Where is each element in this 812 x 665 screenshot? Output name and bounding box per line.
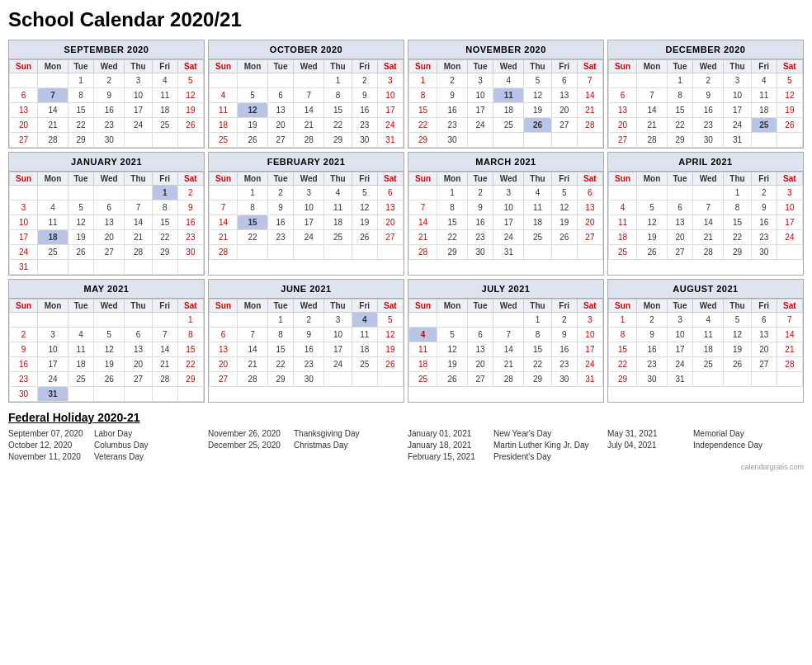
day-cell [267,73,293,88]
day-cell: 15 [238,215,268,230]
week-row: 15161718192021 [409,103,603,118]
col-header-Sun: Sun [210,172,238,186]
day-cell: 6 [267,88,293,103]
day-cell [125,133,152,148]
col-header-Sun: Sun [210,299,238,313]
day-cell: 23 [751,230,777,245]
week-row: 13141516171819 [609,103,803,118]
day-cell: 13 [751,328,777,342]
day-cell: 7 [38,88,68,103]
col-header-Tue: Tue [667,60,692,73]
day-cell: 14 [238,342,268,357]
day-cell: 31 [377,133,403,148]
day-cell: 10 [667,328,692,342]
day-cell: 14 [577,88,602,103]
col-header-Fri: Fri [152,172,177,186]
col-header-Sat: Sat [777,299,802,313]
col-header-Tue: Tue [68,299,93,313]
day-cell: 24 [493,230,524,245]
cal-table-5: SunMonTueWedThuFriSat1234567891011121314… [209,172,404,260]
day-cell: 19 [551,215,577,230]
holiday-name: Independence Day [693,441,762,450]
col-header-Thu: Thu [524,60,551,73]
day-cell: 18 [210,118,238,133]
day-cell [724,372,751,387]
col-header-Wed: Wed [94,60,125,73]
day-cell: 24 [324,357,352,372]
week-row: 45678910 [609,200,803,215]
day-cell: 4 [352,313,377,328]
day-cell [577,133,602,148]
day-cell [609,73,637,88]
day-cell: 23 [437,118,468,133]
day-cell: 1 [267,313,293,328]
month-7: APRIL 2021SunMonTueWedThuFriSat123456789… [607,152,804,276]
day-cell: 28 [577,118,602,133]
col-header-Wed: Wed [493,60,524,73]
day-cell: 31 [667,372,692,387]
day-cell: 11 [210,103,238,118]
day-cell: 2 [294,313,324,328]
col-header-Mon: Mon [238,172,268,186]
day-cell: 5 [437,328,468,342]
day-cell: 18 [693,342,724,357]
month-title-5: FEBRUARY 2021 [209,153,404,172]
week-row: 1234567 [409,73,603,88]
day-cell [294,73,324,88]
day-cell: 16 [177,215,203,230]
holiday-item: December 25, 2020Christmas Day [208,441,404,450]
holiday-date: January 01, 2021 [408,429,490,438]
day-cell: 17 [724,103,751,118]
day-cell: 20 [10,118,38,133]
day-cell: 2 [177,186,203,200]
month-title-11: AUGUST 2021 [608,280,803,299]
day-cell: 3 [125,73,152,88]
day-cell [68,260,93,275]
holiday-col-0: September 07, 2020Labor DayOctober 12, 2… [8,429,205,461]
day-cell: 25 [693,357,724,372]
holiday-col-1: November 26, 2020Thanksgiving DayDecembe… [208,429,404,461]
day-cell: 2 [551,313,577,328]
col-header-Mon: Mon [637,172,668,186]
col-header-Tue: Tue [68,172,93,186]
day-cell: 11 [352,328,377,342]
day-cell: 13 [551,88,577,103]
month-4: JANUARY 2021SunMonTueWedThuFriSat1234567… [8,152,205,276]
day-cell: 9 [294,328,324,342]
day-cell: 30 [467,245,493,260]
day-cell: 22 [724,230,751,245]
week-row: 891011121314 [409,88,603,103]
day-cell [609,186,637,200]
day-cell: 25 [751,118,777,133]
holiday-date: December 25, 2020 [208,441,290,450]
col-header-Sat: Sat [377,299,403,313]
day-cell: 13 [210,342,238,357]
day-cell: 17 [10,230,38,245]
day-cell: 8 [267,328,293,342]
day-cell: 5 [68,200,93,215]
day-cell: 22 [324,118,352,133]
cal-table-8: SunMonTueWedThuFriSat1234567891011121314… [9,299,204,402]
day-cell: 15 [267,342,293,357]
day-cell: 20 [551,103,577,118]
day-cell: 18 [609,230,637,245]
day-cell [125,387,152,402]
week-row: 20212223242526 [609,118,803,133]
day-cell: 5 [94,328,125,342]
day-cell: 4 [409,328,437,342]
day-cell: 13 [10,103,38,118]
day-cell [10,313,38,328]
day-cell [637,186,668,200]
col-header-Fri: Fri [352,172,377,186]
day-cell: 27 [267,133,293,148]
day-cell: 22 [68,118,93,133]
day-cell: 1 [68,73,93,88]
day-cell: 19 [238,118,268,133]
day-cell: 6 [577,186,602,200]
cal-table-10: SunMonTueWedThuFriSat1234567891011121314… [408,299,603,387]
day-cell: 20 [467,357,493,372]
day-cell: 25 [609,245,637,260]
day-cell: 11 [493,88,524,103]
day-cell: 8 [524,328,551,342]
day-cell: 19 [377,342,403,357]
